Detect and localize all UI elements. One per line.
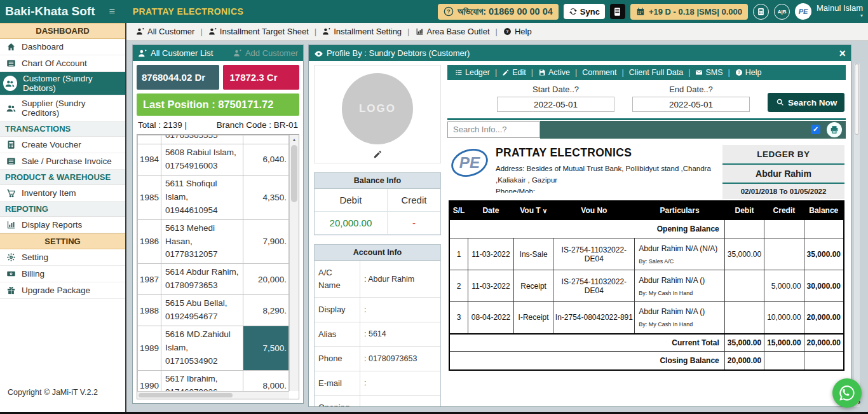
sidebar-item-supplier[interactable]: Supplier (Sundry Creditors) xyxy=(0,95,125,121)
toolbar-client-full-data[interactable]: Client Full Data xyxy=(624,68,688,77)
edit-photo-icon[interactable] xyxy=(373,149,383,159)
sidebar-item-label: Dashboard xyxy=(22,42,64,52)
chevron-down-icon: ∨ xyxy=(543,207,547,214)
scrollbar-thumb[interactable] xyxy=(139,393,233,397)
save-icon xyxy=(538,69,546,76)
ledger-col-voutype[interactable]: Vou T∨ xyxy=(513,201,553,220)
menu-item-installment-target[interactable]: Installment Target Sheet xyxy=(203,27,315,36)
customer-row[interactable]: 1989 5616 MD.Zahidul Islam, 01710534902 … xyxy=(138,326,289,371)
ledger-voucher-type: Receipt xyxy=(513,270,553,302)
close-icon[interactable]: × xyxy=(839,48,846,59)
customer-name[interactable]: 5616 MD.Zahidul Islam, 01710534902 xyxy=(161,326,243,371)
horizontal-scrollbar[interactable] xyxy=(137,391,289,399)
customer-name[interactable]: 5613 Mehedi Hasan, 01778312057 xyxy=(161,219,243,264)
customer-amount[interactable]: 8,290. xyxy=(243,295,289,326)
sidebar-item-billing[interactable]: Billing xyxy=(0,266,125,282)
user-menu[interactable]: Mainul Islam ▾ xyxy=(817,4,863,18)
sidebar-item-display-reports[interactable]: Display Reports xyxy=(0,217,125,233)
toolbar-help[interactable]: ? Help xyxy=(730,68,767,77)
customer-row[interactable]: 1985 5611 Shofiqul Islam, 01944610954 4,… xyxy=(138,175,289,219)
customer-list-panel: All Customer List Add Customer 8768044.0… xyxy=(132,45,304,404)
ledger-debit xyxy=(724,270,764,302)
customer-amount[interactable]: 4,350. xyxy=(243,175,289,219)
sidebar-item-sale-purchase[interactable]: Sale / Purchase Invoice xyxy=(0,153,125,170)
whatsapp-button[interactable] xyxy=(832,378,862,408)
menu-item-area-base-outlet[interactable]: Area Base Outlet xyxy=(410,27,496,36)
customer-row[interactable]: 1984 5608 Rabiul Islam, 01754916003 6,04… xyxy=(138,144,289,176)
scrollbar-thumb[interactable] xyxy=(291,145,297,202)
money-icon xyxy=(6,269,16,279)
toolbar-ledger[interactable]: Ledger xyxy=(450,68,495,77)
account-info-row: A/C Name : Abdur Rahim xyxy=(315,261,440,298)
device-book-button[interactable] xyxy=(610,4,625,19)
current-total-balance: 20,000.00 xyxy=(804,334,844,352)
customer-amount[interactable]: 7,500. xyxy=(243,326,289,371)
toolbar-sms[interactable]: SMS xyxy=(690,68,728,77)
avatar[interactable]: PE xyxy=(795,3,811,20)
ledger-debit xyxy=(724,302,764,334)
search-toolbar: ✓ xyxy=(540,121,846,139)
opening-balance-label: Opening Balance xyxy=(449,220,724,238)
customer-serial: 1984 xyxy=(138,144,161,176)
customer-row[interactable]: 1987 5614 Abdur Rahim, 01780973653 20,00… xyxy=(138,264,289,295)
print-button[interactable] xyxy=(827,122,842,137)
ledger-company-header: PE PRATTAY ELECTRONICS Address: Besides … xyxy=(449,145,844,199)
customer-row-partial[interactable]: 01765365555 xyxy=(138,135,289,144)
ledger-transaction-row[interactable]: 1 11-03-2022 Ins-Sale IS-2754-11032022-D… xyxy=(449,238,844,270)
ledger-transaction-row[interactable]: 2 11-03-2022 Receipt IS-2754-11032022-DE… xyxy=(449,270,844,302)
question-circle-icon: ? xyxy=(735,69,743,76)
menu-item-installment-setting[interactable]: Installment Setting xyxy=(316,27,407,36)
customer-name[interactable]: 5611 Shofiqul Islam, 01944610954 xyxy=(161,175,243,219)
sidebar-item-label: Display Reports xyxy=(22,220,82,230)
add-customer-button[interactable]: Add Customer xyxy=(233,48,298,58)
hamburger-menu-icon[interactable]: ≡ xyxy=(109,6,114,17)
start-date-input[interactable] xyxy=(497,97,614,112)
language-button[interactable]: A|B xyxy=(774,4,790,20)
total-debit-badge: 8768044.02 Dr xyxy=(137,65,219,90)
sidebar-item-upgrade[interactable]: Upgrade Package xyxy=(0,282,125,299)
sidebar-header-dashboard: DASHBOARD xyxy=(0,23,125,39)
company-name: PRATTAY ELECTRONICS xyxy=(133,6,243,17)
sidebar-item-label: Upgrade Package xyxy=(22,286,90,295)
customer-amount[interactable]: 6,040. xyxy=(243,144,289,176)
search-info-input[interactable] xyxy=(447,121,540,138)
customer-row[interactable]: 1988 5615 Abu Bellal, 01924954677 8,290. xyxy=(138,295,289,326)
scroll-up-arrow-icon[interactable]: ▲ xyxy=(290,135,299,144)
toolbar-comment[interactable]: Comment xyxy=(577,68,621,77)
customer-amount[interactable]: 20,000. xyxy=(243,264,289,295)
customer-amount[interactable]: 7,900. xyxy=(243,219,289,264)
customer-name[interactable]: 5615 Abu Bellal, 01924954677 xyxy=(161,295,243,326)
page-scrollbar[interactable] xyxy=(854,64,860,407)
customer-name[interactable]: 5614 Abdur Rahim, 01780973653 xyxy=(161,264,243,295)
checkbox-checked[interactable]: ✓ xyxy=(811,125,820,134)
vertical-scrollbar[interactable]: ▲ xyxy=(289,135,299,391)
sidebar-item-create-voucher[interactable]: Create Voucher xyxy=(0,137,125,153)
calculator-button[interactable] xyxy=(753,4,769,20)
toolbar-active[interactable]: Active xyxy=(533,68,575,77)
sidebar-item-chart-of-account[interactable]: Chart Of Account xyxy=(0,55,125,72)
menu-item-help[interactable]: ? Help xyxy=(498,27,538,36)
sidebar-item-inventory[interactable]: Inventory Item xyxy=(0,185,125,202)
ledger-transaction-row[interactable]: 3 08-04-2022 I-Receipt In-2754-08042022-… xyxy=(449,302,844,334)
profile-panel-title: Profile By : Sundry Debtors (Customer) xyxy=(327,48,470,58)
complaint-number: অভিযোগ: 01869 00 00 04 xyxy=(458,6,553,17)
ledger-by-box: LEDGER BY Abdur Rahim 02/01/2018 To 01/0… xyxy=(722,145,844,199)
particulars-by: By: Sales A/C xyxy=(639,258,721,265)
end-date-input[interactable] xyxy=(632,97,750,112)
sidebar-item-label: Inventory Item xyxy=(22,188,76,198)
menu-item-all-customer[interactable]: All Customer xyxy=(130,27,200,36)
avatar-initials: PE xyxy=(799,8,808,15)
svg-text:?: ? xyxy=(447,8,450,15)
customer-panel-header: All Customer List Add Customer xyxy=(133,45,303,61)
search-now-button[interactable]: Search Now xyxy=(768,93,844,112)
customer-name[interactable]: 5608 Rabiul Islam, 01754916003 xyxy=(161,144,243,176)
toolbar-edit[interactable]: Edit xyxy=(497,68,531,77)
ledger-col-date: Date xyxy=(468,201,514,220)
sidebar-item-customer[interactable]: Customer (Sundry Debtors) xyxy=(0,72,125,95)
customer-row[interactable]: 1986 5613 Mehedi Hasan, 01778312057 7,90… xyxy=(138,219,289,264)
sync-button[interactable]: Sync xyxy=(564,4,605,19)
list-icon xyxy=(6,156,16,166)
scrollbar-thumb[interactable] xyxy=(855,64,859,135)
sidebar-item-dashboard[interactable]: Dashboard xyxy=(0,39,125,55)
sidebar-item-setting[interactable]: Setting xyxy=(0,249,125,266)
